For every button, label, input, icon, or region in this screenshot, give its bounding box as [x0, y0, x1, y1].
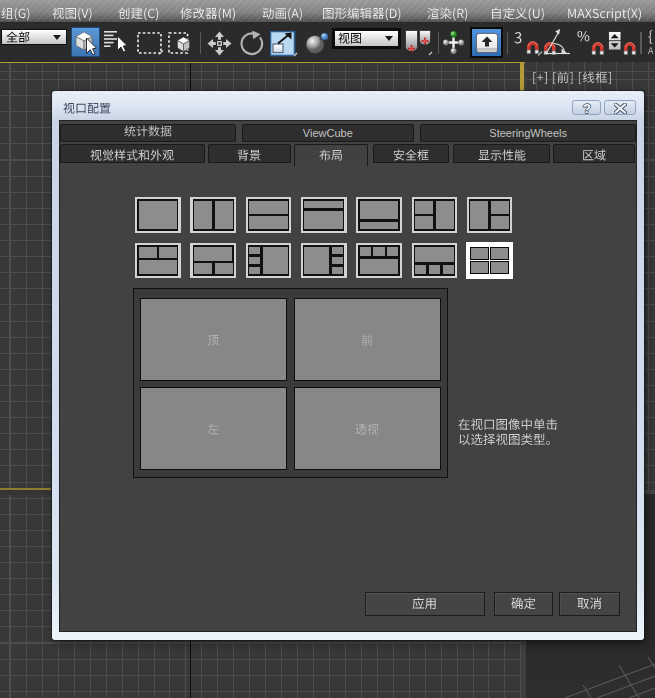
- svg-text:ViewCube: ViewCube: [303, 126, 353, 138]
- svg-text:?: ?: [583, 103, 591, 115]
- svg-text:SteeringWheels: SteeringWheels: [489, 126, 567, 138]
